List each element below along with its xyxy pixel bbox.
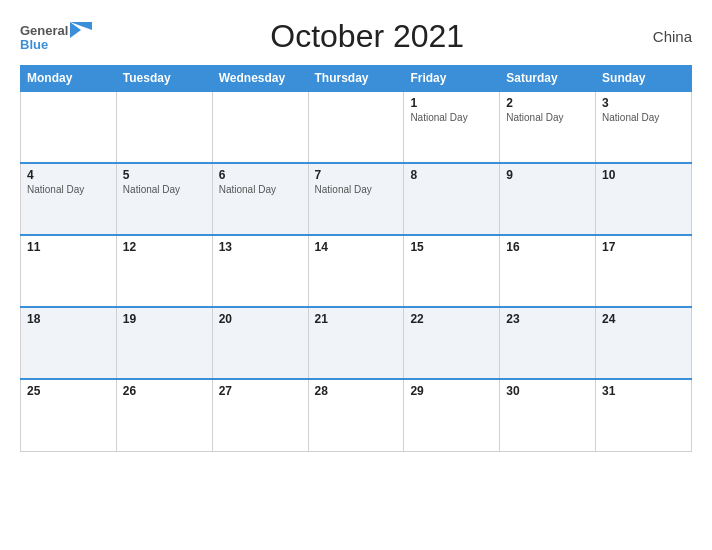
col-sunday: Sunday xyxy=(596,66,692,92)
calendar-row-0: 1National Day2National Day3National Day xyxy=(21,91,692,163)
calendar-cell: 29 xyxy=(404,379,500,451)
day-number: 7 xyxy=(315,168,398,182)
day-event: National Day xyxy=(506,112,589,123)
calendar-title: October 2021 xyxy=(92,18,642,55)
calendar-cell: 4National Day xyxy=(21,163,117,235)
calendar-cell: 15 xyxy=(404,235,500,307)
logo-general-text: General xyxy=(20,24,68,37)
day-number: 26 xyxy=(123,384,206,398)
day-number: 10 xyxy=(602,168,685,182)
calendar-header-row: Monday Tuesday Wednesday Thursday Friday… xyxy=(21,66,692,92)
day-number: 4 xyxy=(27,168,110,182)
calendar-cell: 26 xyxy=(116,379,212,451)
col-monday: Monday xyxy=(21,66,117,92)
col-friday: Friday xyxy=(404,66,500,92)
day-number: 18 xyxy=(27,312,110,326)
calendar-cell: 23 xyxy=(500,307,596,379)
day-number: 20 xyxy=(219,312,302,326)
day-number: 15 xyxy=(410,240,493,254)
day-number: 21 xyxy=(315,312,398,326)
calendar-cell xyxy=(116,91,212,163)
calendar-cell: 13 xyxy=(212,235,308,307)
day-number: 17 xyxy=(602,240,685,254)
calendar-cell: 2National Day xyxy=(500,91,596,163)
calendar-cell: 19 xyxy=(116,307,212,379)
day-event: National Day xyxy=(315,184,398,195)
day-number: 31 xyxy=(602,384,685,398)
logo-blue-text: Blue xyxy=(20,38,48,51)
country-label: China xyxy=(642,28,692,45)
calendar-cell: 6National Day xyxy=(212,163,308,235)
day-number: 5 xyxy=(123,168,206,182)
day-event: National Day xyxy=(602,112,685,123)
calendar-cell: 27 xyxy=(212,379,308,451)
calendar-row-4: 25262728293031 xyxy=(21,379,692,451)
day-number: 29 xyxy=(410,384,493,398)
day-event: National Day xyxy=(219,184,302,195)
day-number: 30 xyxy=(506,384,589,398)
calendar-cell: 30 xyxy=(500,379,596,451)
day-event: National Day xyxy=(123,184,206,195)
calendar-cell: 12 xyxy=(116,235,212,307)
day-number: 25 xyxy=(27,384,110,398)
logo-flag-icon xyxy=(70,22,92,38)
calendar-cell: 1National Day xyxy=(404,91,500,163)
day-number: 22 xyxy=(410,312,493,326)
day-number: 23 xyxy=(506,312,589,326)
day-number: 1 xyxy=(410,96,493,110)
calendar-row-2: 11121314151617 xyxy=(21,235,692,307)
col-thursday: Thursday xyxy=(308,66,404,92)
day-number: 11 xyxy=(27,240,110,254)
calendar-cell: 28 xyxy=(308,379,404,451)
day-number: 6 xyxy=(219,168,302,182)
calendar-cell: 8 xyxy=(404,163,500,235)
day-number: 19 xyxy=(123,312,206,326)
day-number: 16 xyxy=(506,240,589,254)
day-number: 9 xyxy=(506,168,589,182)
calendar-cell: 31 xyxy=(596,379,692,451)
day-number: 27 xyxy=(219,384,302,398)
col-tuesday: Tuesday xyxy=(116,66,212,92)
calendar-cell: 11 xyxy=(21,235,117,307)
day-number: 8 xyxy=(410,168,493,182)
day-number: 12 xyxy=(123,240,206,254)
col-saturday: Saturday xyxy=(500,66,596,92)
calendar-cell: 3National Day xyxy=(596,91,692,163)
header: General Blue October 2021 China xyxy=(20,18,692,55)
logo: General Blue xyxy=(20,22,92,51)
col-wednesday: Wednesday xyxy=(212,66,308,92)
day-number: 14 xyxy=(315,240,398,254)
calendar-cell: 21 xyxy=(308,307,404,379)
calendar-cell: 5National Day xyxy=(116,163,212,235)
calendar-cell: 16 xyxy=(500,235,596,307)
day-event: National Day xyxy=(27,184,110,195)
day-number: 24 xyxy=(602,312,685,326)
calendar-cell: 17 xyxy=(596,235,692,307)
calendar-cell: 9 xyxy=(500,163,596,235)
calendar-cell: 22 xyxy=(404,307,500,379)
calendar-cell: 20 xyxy=(212,307,308,379)
calendar-page: General Blue October 2021 China Monday T… xyxy=(0,0,712,550)
day-number: 13 xyxy=(219,240,302,254)
calendar-cell: 14 xyxy=(308,235,404,307)
day-number: 28 xyxy=(315,384,398,398)
calendar-cell: 24 xyxy=(596,307,692,379)
calendar-row-1: 4National Day5National Day6National Day7… xyxy=(21,163,692,235)
day-number: 3 xyxy=(602,96,685,110)
calendar-cell: 10 xyxy=(596,163,692,235)
day-number: 2 xyxy=(506,96,589,110)
calendar-cell xyxy=(21,91,117,163)
calendar-cell xyxy=(212,91,308,163)
calendar-cell: 18 xyxy=(21,307,117,379)
day-event: National Day xyxy=(410,112,493,123)
calendar-row-3: 18192021222324 xyxy=(21,307,692,379)
calendar-cell: 25 xyxy=(21,379,117,451)
calendar-cell xyxy=(308,91,404,163)
calendar-cell: 7National Day xyxy=(308,163,404,235)
calendar-table: Monday Tuesday Wednesday Thursday Friday… xyxy=(20,65,692,452)
